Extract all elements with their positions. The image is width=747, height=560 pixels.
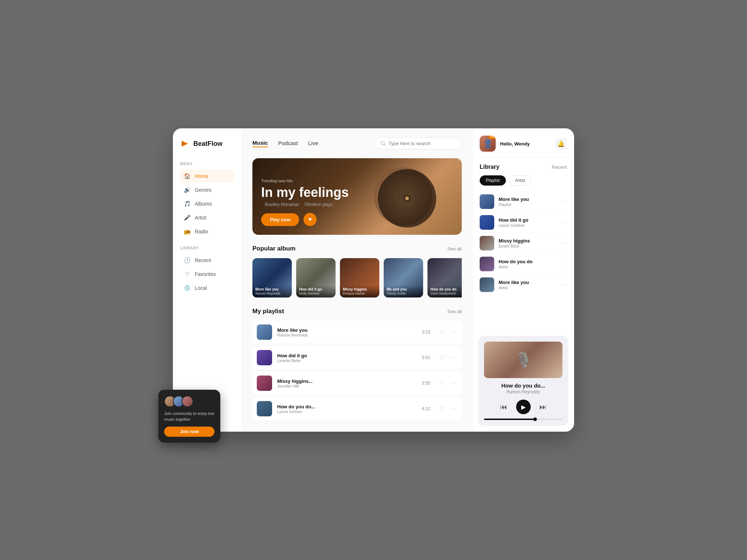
track-like-2[interactable]: ♡ <box>438 380 446 387</box>
hero-plays: 78million plays <box>304 202 333 207</box>
track-like-0[interactable]: ♡ <box>438 329 446 336</box>
playback-controls: ⏮ ▶ ⏭ <box>484 400 562 414</box>
library-header: Library Recent <box>480 164 567 170</box>
search-icon <box>380 140 386 146</box>
filter-playlist[interactable]: Playlist <box>480 175 506 186</box>
lib-more-1[interactable]: ··· <box>561 219 567 226</box>
search-input[interactable] <box>388 141 456 146</box>
hero-subtitle: Trending new hits <box>261 179 349 183</box>
track-more-0[interactable]: ··· <box>452 329 457 335</box>
album-card-0[interactable]: More like you Ramon Reynolds <box>252 258 292 298</box>
lib-more-3[interactable]: ··· <box>561 261 567 267</box>
progress-dot <box>533 417 537 421</box>
track-artist-2: Jennifer Hilll <box>277 384 415 388</box>
sidebar-item-radio[interactable]: 📻 Radio <box>180 225 235 238</box>
lib-info-0: More like you Playlist <box>499 197 557 207</box>
play-pause-button[interactable]: ▶ <box>516 400 531 414</box>
radio-icon: 📻 <box>184 228 190 235</box>
right-panel: 👤 Pro Hello, Wendy 🔔 Library Recent Play… <box>472 128 574 432</box>
sidebar-item-local[interactable]: 💿 Local <box>180 281 235 295</box>
avatar-person: 👤 <box>483 139 493 148</box>
library-item-2[interactable]: Missy higgins Emilio Blick ··· <box>480 233 567 254</box>
library-title: Library <box>480 164 499 170</box>
tab-podcast[interactable]: Podcast <box>278 140 298 147</box>
album-card-1[interactable]: How did it go Molly Deckow <box>296 258 336 298</box>
bell-icon: 🔔 <box>557 140 565 147</box>
library-item-3[interactable]: How do you do Artist ··· <box>480 254 567 275</box>
progress-bar[interactable] <box>484 419 562 420</box>
progress-fill <box>484 419 535 420</box>
track-thumb-3 <box>257 401 272 416</box>
albums-icon: 🎵 <box>184 201 190 207</box>
playlist-header: My playlist See all <box>252 308 462 315</box>
sidebar-item-home[interactable]: 🏠 Home <box>180 170 235 183</box>
tab-music[interactable]: Music <box>252 140 268 147</box>
sidebar-item-recent[interactable]: 🕐 Recent <box>180 254 235 267</box>
album-artist-2: Enrique Harber <box>343 292 376 295</box>
playlist-see-all[interactable]: See all <box>447 309 462 314</box>
playlist-row-3[interactable]: How do you do... Lynne Grimes 4:12 ♡ ··· <box>252 397 462 420</box>
track-more-3[interactable]: ··· <box>452 405 457 412</box>
lib-more-2[interactable]: ··· <box>561 240 567 246</box>
popular-album-see-all[interactable]: See all <box>447 246 462 252</box>
lib-thumb-3 <box>480 257 494 271</box>
now-playing-artwork: 🎙️ <box>484 342 562 378</box>
sidebar-item-albums[interactable]: 🎵 Albums <box>180 197 235 210</box>
track-more-1[interactable]: ··· <box>452 354 457 361</box>
lib-more-0[interactable]: ··· <box>561 198 567 205</box>
lib-thumb-2 <box>480 236 494 250</box>
album-card-2[interactable]: Missy higgins Enrique Harber <box>340 258 379 298</box>
track-info-0: More like you Ramon Reynolds <box>277 327 415 337</box>
library-recent[interactable]: Recent <box>552 164 567 170</box>
track-info-3: How do you do... Lynne Grimes <box>277 404 415 414</box>
playlist-row-0[interactable]: More like you Ramon Reynolds 3:15 ♡ ··· <box>252 321 462 343</box>
library-item-1[interactable]: How did it go Lance Goldner ··· <box>480 212 567 233</box>
lib-title-4: More like you <box>499 280 557 286</box>
sidebar-item-label: Genres <box>195 187 212 193</box>
tab-live[interactable]: Live <box>308 140 318 147</box>
sidebar: BeatFlow MENU 🏠 Home 🔊 Genres 🎵 Albums 🎤… <box>173 128 242 432</box>
hero-artist: Bradley Monahan <box>265 202 299 207</box>
track-duration-1: 5:01 <box>420 355 433 360</box>
sidebar-item-artist[interactable]: 🎤 Artist <box>180 211 235 224</box>
sidebar-item-genres[interactable]: 🔊 Genres <box>180 183 235 197</box>
track-like-3[interactable]: ♡ <box>438 405 446 412</box>
now-playing-card: 🎙️ How do you do... Ramon Reynolds ⏮ ▶ ⏭ <box>478 336 568 426</box>
album-card-3[interactable]: Me and you Timmy Kuhle <box>384 258 423 298</box>
sidebar-item-label: Local <box>195 285 207 291</box>
album-artist-0: Ramon Reynolds <box>255 292 289 295</box>
top-navigation: Music Podcast Live <box>252 137 462 149</box>
join-button[interactable]: Join now <box>164 427 214 437</box>
like-button[interactable]: ♥ <box>303 213 317 226</box>
pro-badge: Pro <box>489 136 496 139</box>
track-more-2[interactable]: ··· <box>452 380 457 386</box>
album-card-4[interactable]: How do you do Cecil Heidenreich <box>427 258 462 298</box>
lib-more-4[interactable]: ··· <box>561 281 567 288</box>
community-card: Join community to enjoy live music toget… <box>158 390 220 443</box>
notification-button[interactable]: 🔔 <box>555 138 567 149</box>
sidebar-item-label: Radio <box>195 229 208 234</box>
next-button[interactable]: ⏭ <box>539 403 547 411</box>
playlist-row-1[interactable]: How did it go Lynette Beier 5:01 ♡ ··· <box>252 346 462 369</box>
sidebar-item-favorites[interactable]: ♡ Favorites <box>180 268 235 281</box>
track-title-3: How do you do... <box>277 404 415 409</box>
sidebar-item-label: Albums <box>195 201 212 207</box>
lib-sub-4: Artist <box>499 285 557 290</box>
lib-title-3: How do you do <box>499 259 557 265</box>
track-thumb-1 <box>257 350 272 365</box>
artist-icon: 🎤 <box>184 214 190 221</box>
lib-thumb-0 <box>480 194 494 209</box>
logo-icon <box>180 139 190 149</box>
hero-title: In my feelings <box>261 185 349 200</box>
filter-artist[interactable]: Artist <box>509 175 531 186</box>
genres-icon: 🔊 <box>184 187 190 193</box>
track-like-1[interactable]: ♡ <box>438 354 446 361</box>
sidebar-item-label: Home <box>195 173 208 179</box>
album-artist-4: Cecil Heidenreich <box>430 292 462 295</box>
lib-thumb-4 <box>480 277 494 292</box>
play-now-button[interactable]: Play now <box>261 213 299 226</box>
library-item-0[interactable]: More like you Playlist ··· <box>480 191 567 212</box>
library-item-4[interactable]: More like you Artist ··· <box>480 275 567 295</box>
playlist-row-2[interactable]: Missy higgins... Jennifer Hilll 3:55 ♡ ·… <box>252 372 462 394</box>
prev-button[interactable]: ⏮ <box>500 403 507 411</box>
